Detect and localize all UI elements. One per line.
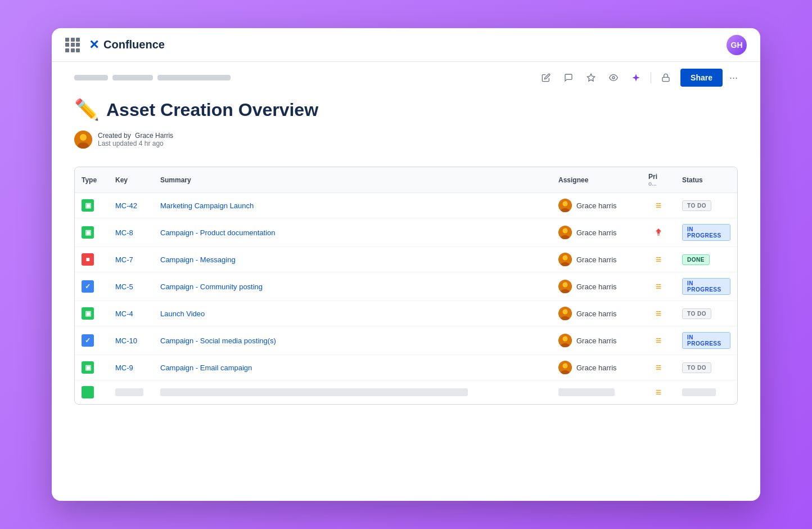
- issue-key-link[interactable]: MC-42: [115, 201, 137, 210]
- issue-summary-link[interactable]: Campaign - Email campaign: [160, 364, 252, 372]
- ai-icon[interactable]: [628, 70, 644, 86]
- td-assignee: Grace harris: [552, 247, 642, 272]
- edit-icon[interactable]: [538, 70, 554, 86]
- issue-key-link[interactable]: MC-5: [115, 283, 133, 291]
- td-priority: ≡: [642, 247, 675, 272]
- skeleton-key: [115, 388, 143, 396]
- status-badge: IN PROGRESS: [682, 278, 730, 295]
- issue-key-link[interactable]: MC-4: [115, 310, 133, 318]
- toolbar-divider: [651, 72, 651, 83]
- watch-icon[interactable]: [606, 70, 621, 86]
- lock-icon[interactable]: [658, 70, 674, 86]
- author-name-line: Created by Grace Harris: [98, 132, 173, 140]
- td-summary: [154, 380, 552, 405]
- page-title-section: ✏️ Asset Creation Overview: [74, 98, 738, 122]
- table-row[interactable]: ✓ MC-5 Campaign - Community posting: [75, 272, 737, 301]
- td-assignee: Grace harris: [552, 326, 642, 355]
- grid-icon[interactable]: [65, 38, 80, 52]
- confluence-x-logo: ✕: [89, 38, 99, 52]
- type-icon-task: ✓: [82, 280, 94, 293]
- td-status: TO DO: [675, 355, 737, 380]
- svg-marker-0: [587, 74, 594, 81]
- type-icon-story: ▣: [82, 226, 94, 239]
- td-key: MC-10: [109, 326, 154, 355]
- issue-summary-link[interactable]: Campaign - Product documentation: [160, 228, 276, 237]
- td-status: TO DO: [675, 193, 737, 218]
- td-priority: ≡: [642, 380, 675, 405]
- issue-summary-link[interactable]: Marketing Campaign Launch: [160, 201, 254, 210]
- td-key: MC-42: [109, 193, 154, 218]
- td-assignee: Grace harris: [552, 193, 642, 218]
- table-row[interactable]: ▣ MC-42 Marketing Campaign Launch: [75, 193, 737, 218]
- type-icon-task: ✓: [82, 334, 94, 347]
- table-row[interactable]: ≡: [75, 380, 737, 405]
- issue-key-link[interactable]: MC-9: [115, 364, 133, 372]
- td-priority: [642, 218, 675, 247]
- issue-summary-link[interactable]: Launch Video: [160, 310, 205, 318]
- table-row[interactable]: ▣ MC-9 Campaign - Email campaign: [75, 355, 737, 380]
- issues-table: Type Key Summary Assignee Pri o... Statu…: [74, 167, 738, 405]
- table-row[interactable]: ▣ MC-4 Launch Video Grace harr: [75, 301, 737, 326]
- assignee-avatar: [558, 361, 572, 374]
- td-status: IN PROGRESS: [675, 326, 737, 355]
- star-icon[interactable]: [583, 70, 599, 86]
- td-summary: Campaign - Product documentation: [154, 218, 552, 247]
- breadcrumb-space[interactable]: [74, 75, 108, 80]
- assignee-cell: Grace harris: [558, 334, 635, 347]
- type-icon-story: ▣: [82, 307, 94, 320]
- issue-summary-link[interactable]: Campaign - Messaging: [160, 255, 236, 264]
- assignee-name: Grace harris: [576, 364, 617, 372]
- assignee-avatar: [558, 334, 572, 347]
- assignee-avatar: [558, 199, 572, 212]
- assignee-cell: Grace harris: [558, 307, 635, 320]
- issue-key-link[interactable]: MC-7: [115, 255, 133, 264]
- td-priority: ≡: [642, 355, 675, 380]
- issue-summary-link[interactable]: Campaign - Community posting: [160, 283, 263, 291]
- breadcrumbs: [74, 75, 231, 80]
- th-summary: Summary: [154, 167, 552, 193]
- table-row[interactable]: ✓ MC-10 Campaign - Social media posting(…: [75, 326, 737, 355]
- confluence-logo: ✕ Confluence: [89, 38, 165, 52]
- table-row[interactable]: ■ MC-7 Campaign - Messaging Gr: [75, 247, 737, 272]
- td-priority: ≡: [642, 326, 675, 355]
- svg-point-13: [563, 255, 568, 261]
- breadcrumb-page[interactable]: [157, 75, 231, 80]
- table-row[interactable]: ▣ MC-8 Campaign - Product documentation: [75, 218, 737, 247]
- svg-point-7: [563, 201, 568, 207]
- issue-summary-link[interactable]: Campaign - Social media posting(s): [160, 337, 276, 345]
- assignee-cell: Grace harris: [558, 280, 635, 293]
- table-body: ▣ MC-42 Marketing Campaign Launch: [75, 193, 737, 405]
- td-status: TO DO: [675, 301, 737, 326]
- svg-point-4: [80, 134, 87, 141]
- td-summary: Campaign - Messaging: [154, 247, 552, 272]
- assignee-cell: Grace harris: [558, 199, 635, 212]
- td-type: ■: [75, 247, 109, 272]
- status-badge: IN PROGRESS: [682, 332, 730, 349]
- th-assignee: Assignee: [552, 167, 642, 193]
- priority-medium-icon: ≡: [648, 387, 669, 398]
- td-assignee: Grace harris: [552, 355, 642, 380]
- app-window: ✕ Confluence GH: [52, 28, 760, 501]
- more-options-icon[interactable]: ···: [729, 72, 738, 84]
- td-assignee: Grace harris: [552, 218, 642, 247]
- type-icon-story: ▣: [82, 361, 94, 374]
- priority-medium-icon: ≡: [648, 200, 669, 212]
- issue-key-link[interactable]: MC-8: [115, 228, 133, 237]
- page-emoji: ✏️: [74, 98, 100, 122]
- assignee-avatar: [558, 307, 572, 320]
- svg-point-22: [563, 337, 568, 342]
- td-summary: Campaign - Community posting: [154, 272, 552, 301]
- confluence-wordmark: Confluence: [103, 38, 165, 51]
- issue-key-link[interactable]: MC-10: [115, 337, 137, 345]
- breadcrumb-projects[interactable]: [112, 75, 153, 80]
- td-summary: Campaign - Email campaign: [154, 355, 552, 380]
- type-icon-bug: ■: [82, 253, 94, 266]
- td-key: MC-7: [109, 247, 154, 272]
- td-status: [675, 380, 737, 405]
- user-avatar[interactable]: GH: [727, 35, 747, 55]
- td-status: IN PROGRESS: [675, 218, 737, 247]
- updated-line: Last updated 4 hr ago: [98, 140, 173, 147]
- comment-icon[interactable]: [561, 70, 576, 86]
- page-content: ✏️ Asset Creation Overview Created by Gr…: [52, 87, 760, 501]
- share-button[interactable]: Share: [680, 69, 723, 87]
